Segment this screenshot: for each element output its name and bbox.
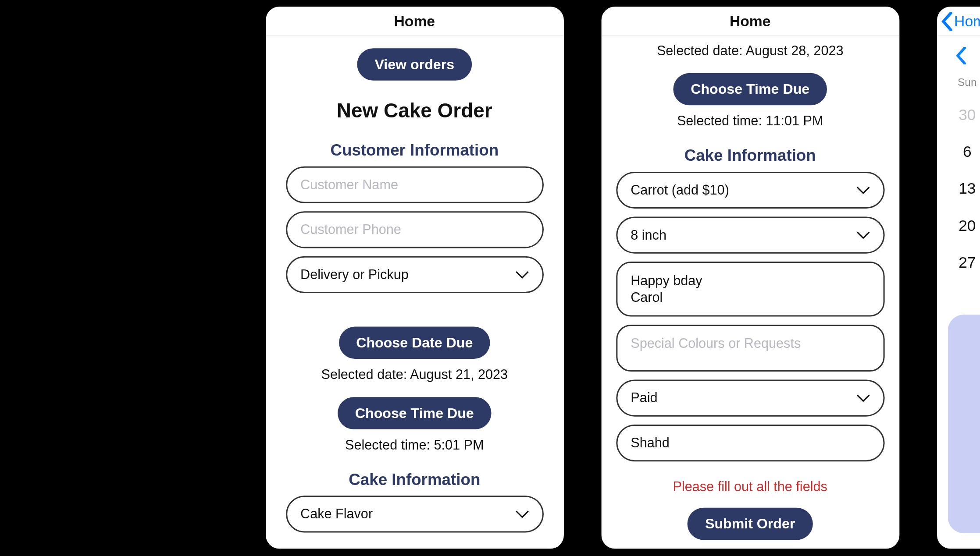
- content-area: View orders New Cake Order Customer Info…: [265, 36, 563, 549]
- order-time: at 4:47 PM: [957, 407, 980, 424]
- form-heading: New Cake Order: [337, 99, 492, 122]
- screen-home-form-top: Home View orders New Cake Order Customer…: [260, 2, 569, 554]
- cake-size-value: 8 inch: [631, 228, 856, 243]
- delivery-pickup-select[interactable]: Delivery or Pickup: [285, 256, 543, 293]
- view-orders-button[interactable]: View orders: [357, 49, 472, 81]
- order-date: on August 26, 2023: [957, 390, 980, 407]
- titlebar: Home: [265, 7, 563, 36]
- paid-select[interactable]: Paid: [616, 380, 884, 417]
- calendar-day[interactable]: 13: [948, 171, 980, 208]
- calendar-day[interactable]: 30: [948, 97, 980, 134]
- choose-time-button[interactable]: Choose Time Due: [338, 397, 492, 429]
- employee-field[interactable]: Shahd: [616, 425, 884, 462]
- order-delivery: Pickup Halifax: [957, 372, 980, 390]
- titlebar: Home: [601, 7, 899, 36]
- paid-value: Paid: [631, 391, 856, 406]
- content-area: August 2023 SunMonTueWedThuFriSat3031123…: [937, 36, 980, 549]
- special-requests-field[interactable]: Special Colours or Requests: [616, 325, 884, 372]
- order-notes: Special Notes:: [957, 504, 980, 521]
- order-customer: Customer: Test time: [957, 327, 980, 346]
- writing-field[interactable]: Happy bday Carol: [616, 262, 884, 317]
- calendar-header: August 2023: [948, 36, 980, 73]
- content-area: Selected date: August 28, 2023 Choose Ti…: [601, 36, 899, 549]
- screen-orders: Home Orders August 2023 SunMonTueWedThuF…: [931, 2, 980, 554]
- selected-date-text: Selected date: August 28, 2023: [657, 43, 844, 59]
- customer-section-heading: Customer Information: [330, 141, 499, 160]
- delivery-pickup-value: Delivery or Pickup: [300, 267, 515, 283]
- page-title: Home: [730, 13, 771, 30]
- selected-date-text: Selected date: August 21, 2023: [321, 367, 508, 382]
- calendar-day[interactable]: 27: [948, 244, 980, 281]
- cake-section-heading: Cake Information: [349, 471, 480, 489]
- choose-date-button[interactable]: Choose Date Due: [339, 327, 490, 359]
- employee-value: Shahd: [631, 436, 870, 451]
- choose-time-button[interactable]: Choose Time Due: [673, 74, 827, 106]
- validation-error-text: Please fill out all the fields: [673, 479, 827, 495]
- calendar-grid: SunMonTueWedThuFriSat3031123456789101112…: [948, 73, 980, 281]
- order-writing: Writing on Cake:: [957, 487, 980, 504]
- chevron-left-icon: [941, 12, 953, 31]
- titlebar: Home Orders: [937, 7, 980, 36]
- page-title: Home: [394, 13, 435, 30]
- calendar-day[interactable]: 20: [948, 208, 980, 244]
- cake-flavor-select[interactable]: Cake Flavor: [285, 496, 543, 533]
- customer-name-placeholder: Customer Name: [300, 177, 528, 193]
- cake-flavor-value: Carrot (add $10): [631, 183, 856, 198]
- calendar-day[interactable]: 6: [948, 134, 980, 170]
- chevron-down-icon: [856, 391, 870, 406]
- writing-value: Happy bday Carol: [631, 273, 870, 306]
- submit-order-button[interactable]: Submit Order: [688, 508, 813, 540]
- order-cake-info-heading: Cake Info: [957, 433, 980, 452]
- order-phone: Phone: 123: [957, 346, 980, 363]
- calendar-dow: Sun: [948, 73, 980, 97]
- chevron-down-icon: [856, 183, 870, 198]
- cake-flavor-value: Cake Flavor: [300, 506, 515, 522]
- back-label: Home: [954, 13, 980, 31]
- customer-name-field[interactable]: Customer Name: [285, 166, 543, 203]
- order-size: Cake Size: Half slab: [957, 470, 980, 487]
- customer-phone-field[interactable]: Customer Phone: [285, 212, 543, 248]
- cal-prev-button[interactable]: [955, 47, 966, 67]
- selected-time-text: Selected time: 5:01 PM: [345, 438, 484, 453]
- cake-section-heading: Cake Information: [684, 146, 816, 165]
- screen-home-form-bottom: Home Selected date: August 28, 2023 Choo…: [596, 2, 905, 554]
- chevron-down-icon: [515, 267, 529, 283]
- selected-time-text: Selected time: 11:01 PM: [677, 113, 823, 129]
- special-requests-placeholder: Special Colours or Requests: [631, 336, 870, 352]
- chevron-down-icon: [856, 228, 870, 243]
- back-button[interactable]: Home: [941, 7, 980, 36]
- order-flavor: Cake Flavor: Carrot (add $10): [957, 453, 980, 470]
- order-card[interactable]: Customer: Test time Phone: 123 Pickup Ha…: [948, 315, 980, 534]
- cake-size-select[interactable]: 8 inch: [616, 217, 884, 254]
- cake-flavor-select[interactable]: Carrot (add $10): [616, 172, 884, 209]
- chevron-down-icon: [515, 506, 529, 522]
- customer-phone-placeholder: Customer Phone: [300, 222, 528, 237]
